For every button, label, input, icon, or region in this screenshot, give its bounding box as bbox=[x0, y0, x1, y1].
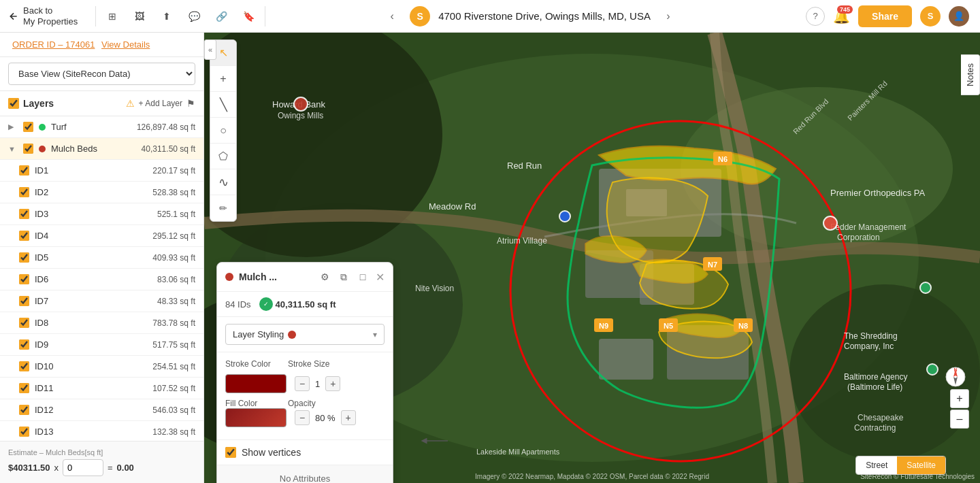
svg-text:N7: N7 bbox=[708, 261, 717, 269]
help-button[interactable]: ? bbox=[806, 7, 825, 26]
layer-checkbox-id2[interactable] bbox=[19, 187, 29, 197]
layer-checkbox-id6[interactable] bbox=[19, 274, 29, 284]
close-button[interactable]: ✕ bbox=[376, 271, 385, 284]
layer-checkbox-id13[interactable] bbox=[19, 427, 29, 437]
add-layer-label: + Add Layer bbox=[139, 99, 182, 108]
layer-row-id11[interactable]: ID11 107.52 sq ft bbox=[0, 378, 203, 399]
pen-tool[interactable]: ✏ bbox=[210, 195, 236, 221]
layer-checkbox-id10[interactable] bbox=[19, 361, 29, 371]
layer-row-id8[interactable]: ID8 783.78 sq ft bbox=[0, 312, 203, 334]
svg-point-43 bbox=[559, 211, 570, 222]
upload-icon[interactable]: ⬆ bbox=[156, 5, 178, 27]
no-attributes-section[interactable]: No Attributes bbox=[217, 465, 393, 483]
add-layer-button[interactable]: + Add Layer bbox=[139, 99, 182, 108]
layer-checkbox-id3[interactable] bbox=[19, 209, 29, 219]
layer-checkbox-id4[interactable] bbox=[19, 231, 29, 241]
image-icon[interactable]: 🖼 bbox=[129, 5, 150, 27]
stroke-color-swatch[interactable] bbox=[225, 374, 287, 393]
layer-row-id4[interactable]: ID4 295.12 sq ft bbox=[0, 225, 203, 247]
layer-row-id12[interactable]: ID12 546.03 sq ft bbox=[0, 399, 203, 421]
opacity-increase-button[interactable]: + bbox=[341, 410, 356, 425]
estimate-label: Estimate – Mulch Beds[sq ft] bbox=[8, 448, 195, 456]
svg-point-46 bbox=[920, 282, 931, 293]
comment-icon[interactable]: 💬 bbox=[183, 5, 205, 27]
layer-row-id7[interactable]: ID7 48.33 sq ft bbox=[0, 290, 203, 312]
base-view-select[interactable]: Base View (SiteRecon Data) Satellite Vie… bbox=[8, 63, 195, 85]
layer-checkbox-mulchbeds[interactable] bbox=[23, 144, 33, 154]
zoom-tool[interactable]: + bbox=[210, 66, 236, 92]
layer-row-id3[interactable]: ID3 525.1 sq ft bbox=[0, 203, 203, 225]
save-icon[interactable]: 🔖 bbox=[238, 5, 259, 27]
layer-checkbox-id8[interactable] bbox=[19, 318, 29, 328]
back-button[interactable]: Back to My Properties bbox=[0, 5, 95, 27]
profile-avatar[interactable]: 👤 bbox=[949, 6, 969, 27]
notifications-button[interactable]: 🔔 745 bbox=[833, 8, 850, 24]
filter-icon[interactable]: ⚑ bbox=[186, 98, 195, 109]
layer-row-mulchbeds[interactable]: ▼ Mulch Beds 40,311.50 sq ft bbox=[0, 138, 203, 160]
layer-checkbox-id9[interactable] bbox=[19, 339, 29, 350]
layer-row-id13[interactable]: ID13 132.38 sq ft bbox=[0, 421, 203, 441]
layer-checkbox-id7[interactable] bbox=[19, 296, 29, 306]
zoom-in-button[interactable]: + bbox=[950, 389, 969, 408]
stroke-increase-button[interactable]: + bbox=[325, 376, 340, 391]
view-details-link[interactable]: View Details bbox=[101, 39, 150, 50]
stroke-color-row: Stroke Color Stroke Size bbox=[225, 359, 385, 369]
expand-icon[interactable]: □ bbox=[355, 269, 370, 284]
layer-checkbox-id12[interactable] bbox=[19, 405, 29, 415]
layer-checkbox-id11[interactable] bbox=[19, 383, 29, 393]
header-center: ‹ S 4700 Riverstone Drive, Owings Mills,… bbox=[265, 6, 795, 27]
line-tool[interactable]: ╲ bbox=[210, 92, 236, 118]
layer-area-id7: 48.33 sq ft bbox=[157, 297, 195, 306]
layer-styling-select[interactable]: Layer Styling ▾ bbox=[225, 324, 385, 345]
path-tool[interactable]: ∿ bbox=[210, 169, 236, 195]
polygon-tool[interactable]: ⬠ bbox=[210, 144, 236, 169]
layer-checkbox-id5[interactable] bbox=[19, 252, 29, 263]
layer-area-mulchbeds: 40,311.50 sq ft bbox=[142, 144, 195, 154]
share-button[interactable]: Share bbox=[858, 5, 912, 27]
svg-rect-20 bbox=[659, 318, 678, 332]
template-icon[interactable]: ⊞ bbox=[101, 5, 123, 27]
layer-row-id10[interactable]: ID10 254.51 sq ft bbox=[0, 356, 203, 378]
layer-dot-turf bbox=[39, 124, 46, 131]
popup-stats: 84 IDs ✓ 40,311.50 sq ft bbox=[217, 292, 393, 317]
layer-row-id5[interactable]: ID5 409.93 sq ft bbox=[0, 247, 203, 269]
layer-styling-dot bbox=[288, 331, 296, 339]
svg-text:Red Run Blvd: Red Run Blvd bbox=[791, 97, 830, 135]
layers-header: Layers ⚠ + Add Layer ⚑ bbox=[0, 91, 203, 116]
show-vertices-checkbox[interactable] bbox=[225, 447, 236, 458]
layer-row-id9[interactable]: ID9 517.75 sq ft bbox=[0, 334, 203, 356]
stroke-decrease-button[interactable]: − bbox=[295, 376, 310, 391]
prev-address-button[interactable]: ‹ bbox=[382, 7, 402, 26]
link-icon[interactable]: 🔗 bbox=[210, 5, 232, 27]
user-avatar[interactable]: S bbox=[920, 6, 941, 27]
street-map-button[interactable]: Street bbox=[856, 456, 897, 474]
zoom-out-button[interactable]: – bbox=[950, 410, 969, 429]
layer-row-id6[interactable]: ID6 83.06 sq ft bbox=[0, 269, 203, 290]
notes-tab[interactable]: Notes bbox=[961, 54, 980, 95]
layers-checkbox[interactable] bbox=[8, 98, 19, 109]
layer-row-turf[interactable]: ▶ Turf 126,897.48 sq ft bbox=[0, 116, 203, 138]
estimate-input[interactable] bbox=[63, 459, 103, 476]
opacity-label: Opacity bbox=[288, 399, 316, 408]
collapse-sidebar-button[interactable]: « bbox=[204, 39, 216, 60]
popup-colors: Stroke Color Stroke Size − 1 + Fill Colo… bbox=[217, 352, 393, 440]
layer-row-id1[interactable]: ID1 220.17 sq ft bbox=[0, 160, 203, 182]
fill-color-swatch[interactable] bbox=[225, 408, 287, 427]
layer-checkbox-turf[interactable] bbox=[23, 122, 33, 132]
svg-text:Painters Mill Rd: Painters Mill Rd bbox=[846, 79, 889, 122]
opacity-decrease-button[interactable]: − bbox=[295, 410, 310, 425]
next-address-button[interactable]: › bbox=[659, 7, 678, 26]
layer-area-id11: 107.52 sq ft bbox=[152, 384, 195, 393]
compass: N bbox=[945, 366, 966, 388]
circle-tool[interactable]: ○ bbox=[210, 118, 236, 144]
copy-icon[interactable]: ⧉ bbox=[336, 269, 351, 284]
popup-area: 40,311.50 sq ft bbox=[276, 299, 336, 310]
satellite-map-button[interactable]: Satellite bbox=[897, 456, 945, 474]
svg-text:Atrium Village: Atrium Village bbox=[497, 236, 547, 246]
map-type-selector: Street Satellite bbox=[855, 456, 946, 475]
popup-panel: Mulch ... ⚙ ⧉ □ ✕ 84 IDs ✓ 40,311.50 sq … bbox=[216, 262, 393, 483]
layer-row-id2[interactable]: ID2 528.38 sq ft bbox=[0, 182, 203, 203]
settings-icon[interactable]: ⚙ bbox=[317, 269, 332, 284]
layer-checkbox-id1[interactable] bbox=[19, 165, 29, 176]
layer-area-id8: 783.78 sq ft bbox=[152, 318, 195, 328]
